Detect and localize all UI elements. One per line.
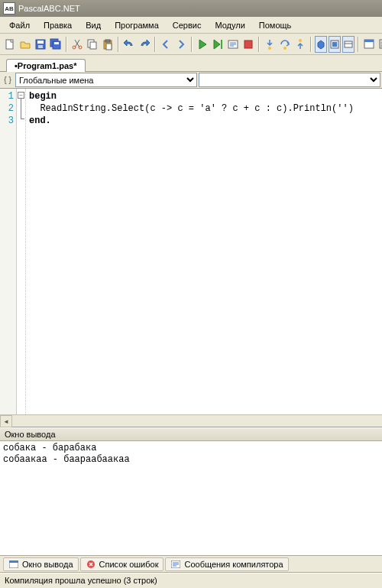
run-icon[interactable] xyxy=(196,36,209,53)
step-over-icon[interactable] xyxy=(278,36,292,53)
fold-column: − xyxy=(17,89,26,414)
toolbar-separator xyxy=(258,37,260,52)
svg-rect-22 xyxy=(345,41,352,47)
horizontal-scrollbar[interactable]: ◄ xyxy=(0,414,382,427)
menu-file[interactable]: Файл xyxy=(3,18,36,32)
scope-combo[interactable]: Глобальные имена xyxy=(15,73,197,87)
svg-rect-0 xyxy=(6,40,13,49)
errors-tab-icon xyxy=(86,560,96,569)
menubar: Файл Правка Вид Программа Сервис Модули … xyxy=(0,17,382,34)
tab-label: •Program1.pas* xyxy=(15,61,77,70)
stop-icon[interactable] xyxy=(241,36,255,53)
svg-rect-16 xyxy=(244,41,252,48)
tab-errors[interactable]: Список ошибок xyxy=(80,557,164,571)
compile-icon[interactable] xyxy=(226,36,240,53)
code-line-2: ReadlnString.Select(c -> c = 'a' ? c + c… xyxy=(29,103,354,114)
nav-back-icon[interactable] xyxy=(159,36,173,53)
editor-body[interactable]: 1 2 3 − begin ReadlnString.Select(c -> c… xyxy=(0,89,382,414)
menu-edit[interactable]: Правка xyxy=(37,18,78,32)
line-gutter: 1 2 3 xyxy=(0,89,17,414)
svg-rect-6 xyxy=(54,42,59,44)
output-body[interactable]: собака - барабака собаакаа - баараабаака… xyxy=(0,441,382,556)
mode-button-3[interactable] xyxy=(342,36,354,53)
save-all-icon[interactable] xyxy=(49,36,63,53)
save-icon[interactable] xyxy=(34,36,47,53)
menu-service[interactable]: Сервис xyxy=(167,18,208,32)
cut-icon[interactable] xyxy=(70,36,84,53)
document-tab-row: •Program1.pas* xyxy=(0,55,382,72)
toolbar-separator xyxy=(118,37,119,52)
svg-rect-14 xyxy=(221,40,222,49)
output-line-1: собака - барабака xyxy=(3,443,96,453)
scope-combo-row: { } Глобальные имена xyxy=(0,72,382,89)
toolbar-separator xyxy=(154,37,156,52)
tab-compiler-messages[interactable]: Сообщения компилятора xyxy=(165,557,288,571)
member-combo[interactable] xyxy=(199,73,380,87)
output-line-2: собаакаа - баараабаакаа xyxy=(3,454,130,465)
copy-icon[interactable] xyxy=(86,36,99,53)
code-line-3: end. xyxy=(29,115,51,126)
output-header: Окно вывода xyxy=(0,427,382,441)
svg-rect-3 xyxy=(38,45,43,48)
toolbar-separator xyxy=(66,37,67,52)
menu-program[interactable]: Программа xyxy=(108,18,165,32)
code-area[interactable]: begin ReadlnString.Select(c -> c = 'a' ?… xyxy=(26,89,382,414)
status-text: Компиляция прошла успешно (3 строк) xyxy=(5,576,157,585)
fold-line xyxy=(21,99,21,119)
svg-rect-10 xyxy=(90,42,96,49)
titlebar: AB PascalABC.NET xyxy=(0,0,382,17)
editor-pane: 1 2 3 − begin ReadlnString.Select(c -> c… xyxy=(0,89,382,427)
mode-button-1[interactable] xyxy=(315,36,327,53)
svg-rect-36 xyxy=(9,560,18,563)
namespace-icon: { } xyxy=(2,76,14,84)
svg-rect-2 xyxy=(37,41,44,44)
open-file-icon[interactable] xyxy=(18,36,32,53)
svg-rect-21 xyxy=(332,42,337,47)
app-title: PascalABC.NET xyxy=(18,4,80,13)
new-file-icon[interactable] xyxy=(3,36,17,53)
svg-point-19 xyxy=(299,39,302,42)
toolbar-separator xyxy=(358,37,359,52)
svg-point-17 xyxy=(268,47,271,50)
menu-help[interactable]: Помощь xyxy=(253,18,298,32)
output-tab-icon xyxy=(8,560,19,569)
code-line-1: begin xyxy=(29,91,57,102)
svg-rect-12 xyxy=(105,40,110,42)
tab-output[interactable]: Окно вывода xyxy=(3,557,79,571)
document-tab[interactable]: •Program1.pas* xyxy=(6,59,86,72)
scroll-left-icon[interactable]: ◄ xyxy=(0,415,12,427)
mode-button-2[interactable] xyxy=(329,36,341,53)
form-icon[interactable] xyxy=(377,36,382,53)
fold-toggle-icon[interactable]: − xyxy=(18,92,24,99)
svg-rect-24 xyxy=(364,40,374,42)
svg-rect-13 xyxy=(106,44,112,50)
menu-view[interactable]: Вид xyxy=(79,18,107,32)
svg-point-18 xyxy=(283,47,286,50)
app-icon: AB xyxy=(3,2,15,15)
compiler-tab-icon xyxy=(170,560,181,569)
run-sel-icon[interactable] xyxy=(211,36,225,53)
menu-modules[interactable]: Модули xyxy=(209,18,251,32)
paste-icon[interactable] xyxy=(101,36,115,53)
undo-icon[interactable] xyxy=(122,36,136,53)
window-icon[interactable] xyxy=(362,36,376,53)
fold-end xyxy=(21,119,24,119)
toolbar-separator xyxy=(310,37,312,52)
step-out-icon[interactable] xyxy=(293,36,307,53)
status-bar: Компиляция прошла успешно (3 строк) xyxy=(0,573,382,588)
nav-forward-icon[interactable] xyxy=(174,36,188,53)
redo-icon[interactable] xyxy=(138,36,151,53)
toolbar xyxy=(0,34,382,55)
bottom-tab-row: Окно вывода Список ошибок Сообщения комп… xyxy=(0,556,382,573)
step-into-icon[interactable] xyxy=(263,36,277,53)
toolbar-separator xyxy=(191,37,193,52)
